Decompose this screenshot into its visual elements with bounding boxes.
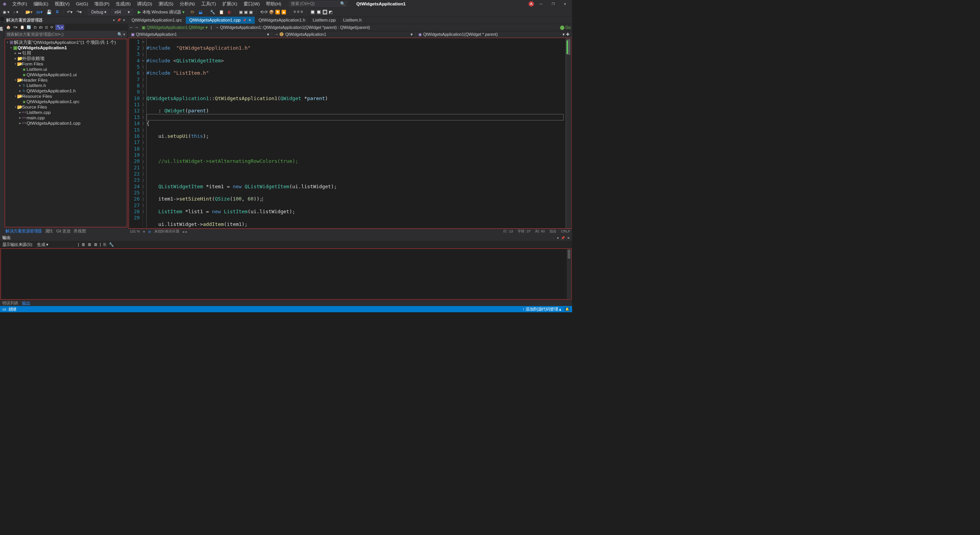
external-deps-node[interactable]: ▶📁外部依赖项 [5, 56, 127, 61]
project-node[interactable]: ▼▣QtWidgetsApplication1 [5, 45, 127, 50]
panel-dropdown-icon[interactable]: ▾ [113, 18, 115, 22]
toolbar-icon[interactable]: 📋 [20, 25, 25, 29]
references-node[interactable]: ▶▪▪引用 [5, 50, 127, 56]
server-explorer-tab[interactable]: 服务器资源管理器 [0, 17, 4, 22]
go-button[interactable]: ⬤ Go [560, 25, 571, 30]
open-button[interactable]: 🗁▾ [35, 9, 44, 15]
tree-file[interactable]: ▶hQtWidgetsApplication1.h [5, 88, 127, 94]
bottom-tab-solution[interactable]: 解决方案资源管理器 [5, 228, 42, 234]
bottom-tab-properties[interactable]: 属性 [45, 228, 53, 234]
toolbar-icon[interactable]: ◐ [227, 9, 233, 15]
menu-git[interactable]: Git(G) [73, 0, 91, 8]
tree-file[interactable]: ▶++QtWidgetsApplication1.cpp [5, 120, 127, 126]
pin-icon[interactable]: 📌 [243, 18, 246, 22]
tree-file[interactable]: ▶++main.cpp [5, 115, 127, 120]
output-toolbar-icon[interactable]: ≣ [94, 242, 97, 247]
header-files-node[interactable]: ▼📂Header Files [5, 77, 127, 83]
tree-file[interactable]: ▣QtWidgetsApplication1.ui [5, 72, 127, 77]
file-tab-active[interactable]: QtWidgetsApplication1.cpp📌✕ [186, 17, 255, 24]
file-tab[interactable]: QtWidgetsApplication1.qrc [128, 17, 186, 24]
close-icon[interactable]: ✕ [249, 18, 251, 22]
toolbar-icon[interactable]: ⬓ [197, 9, 204, 15]
sync-icon[interactable]: 🔄 [27, 25, 31, 29]
menu-project[interactable]: 项目(P) [91, 0, 112, 8]
breadcrumb-class[interactable]: →🅒QtWidgetsApplication1▾ [272, 31, 416, 38]
menu-test[interactable]: 测试(S) [155, 0, 177, 8]
menu-analyze[interactable]: 分析(N) [177, 0, 198, 8]
output-toolbar-icon[interactable]: ≣ [88, 242, 91, 247]
fold-column[interactable]: ⊟││⊟││││││││││││││││││││││││ [142, 38, 147, 228]
config-dropdown[interactable]: Debug ▾ [88, 9, 110, 15]
minimize-button[interactable]: — [536, 0, 546, 8]
menu-window[interactable]: 窗口(W) [240, 0, 263, 8]
nav-back-icon[interactable]: ← → [129, 25, 139, 30]
menu-debug[interactable]: 调试(D) [134, 0, 155, 8]
menu-edit[interactable]: 编辑(E) [30, 0, 52, 8]
tree-file[interactable]: ▣ListItem.ui [5, 67, 127, 72]
toolbar-icon[interactable]: ⟲▾ [13, 25, 18, 29]
menu-help[interactable]: 帮助(H) [263, 0, 284, 8]
pin-icon[interactable]: 📌 [117, 18, 121, 22]
new-button[interactable]: 📂▾ [24, 9, 34, 15]
file-tab[interactable]: ListItem.h [339, 17, 365, 24]
toolbar-icon[interactable]: ⟳ [50, 25, 53, 29]
output-toolbar-icon[interactable]: ≣ [82, 242, 85, 247]
source-files-node[interactable]: ▼📂Source Files [5, 104, 127, 110]
menu-view[interactable]: 视图(V) [52, 0, 73, 8]
save-button[interactable]: 💾 [45, 9, 53, 15]
output-body[interactable] [0, 248, 572, 300]
nav-scope[interactable]: → QtWidgetsApplication1::QtWidgetsApplic… [213, 25, 372, 30]
undo-button[interactable]: ↶▾ [66, 9, 74, 15]
toolbar-icon[interactable]: ⟲ ⟳ 📦 🔽 🔼 [259, 9, 287, 15]
toolbar-icon[interactable]: 🗁 [39, 25, 43, 29]
global-search[interactable]: 搜索 (Ctrl+Q) 🔍 [289, 1, 347, 7]
panel-dropdown-icon[interactable]: ▾ [557, 236, 559, 239]
form-files-node[interactable]: ▼📂Form Files [5, 61, 127, 67]
output-toolbar-icon[interactable]: ⎘ [104, 242, 106, 247]
toolbar-icon[interactable]: 🗀 [189, 9, 196, 15]
menu-extensions[interactable]: 扩展(X) [219, 0, 240, 8]
toolbar-icon[interactable]: 🗀 [33, 25, 37, 29]
home-icon[interactable]: 🏠 [6, 25, 11, 29]
bottom-tab-classview[interactable]: 类视图 [73, 228, 86, 234]
tab-error-list[interactable]: 错误列表 [2, 301, 18, 306]
file-tab[interactable]: ListItem.cpp [309, 17, 339, 24]
spanner-icon[interactable]: 🔧▾ [55, 25, 64, 30]
resource-files-node[interactable]: ▼📂Resource Files [5, 94, 127, 99]
toolbox-tab[interactable]: 工具箱 [0, 22, 4, 27]
nav-project[interactable]: ▣ QtWidgetsApplication1.QtWidge ▾ [140, 25, 209, 30]
code-editor[interactable]: 1234567891011121314151617181920212223242… [129, 38, 572, 229]
redo-button[interactable]: ↷▾ [75, 9, 83, 15]
avatar[interactable]: A [529, 1, 534, 7]
tree-file[interactable]: ▶hListItem.h [5, 83, 127, 88]
toolbar-icon[interactable]: ≡ ≡ ≡ [292, 9, 304, 15]
breadcrumb-project[interactable]: ▣QtWidgetsApplication1▾ [128, 31, 272, 38]
status-window-icon[interactable]: ▭ [2, 307, 6, 312]
solution-root[interactable]: ▼⊞解决方案"QtWidgetsApplication1"(1 个项目/共 1 … [5, 40, 127, 45]
start-debug-button[interactable]: ▶ 本地 Windows 调试器 ▾ [138, 9, 184, 15]
solution-search[interactable]: 搜索解决方案资源管理器(Ctrl+;) 🔍 ▾ [5, 31, 127, 38]
toolbar-icon[interactable]: ▣ ▣ ▣ [237, 9, 254, 15]
status-notifications[interactable]: 🔔 [564, 308, 570, 311]
output-scrollbar[interactable] [567, 249, 571, 299]
scroll-map[interactable] [566, 38, 571, 228]
status-git[interactable]: ↑ 添加到源代码管理 ▴ [523, 306, 561, 312]
zoom-level[interactable]: 121 % [130, 229, 140, 234]
breadcrumb-function[interactable]: ◉QtWidgetsApplication1(QWidget * parent)… [416, 31, 572, 38]
save-all-button[interactable]: 🗎 [54, 9, 61, 15]
platform-dropdown[interactable]: x64 ▾ [111, 9, 133, 15]
menu-file[interactable]: 文件(F) [9, 0, 30, 8]
close-icon[interactable]: ✕ [123, 18, 125, 22]
pin-icon[interactable]: 📌 [561, 236, 565, 239]
output-toolbar-icon[interactable]: 🔧 [109, 242, 114, 247]
maximize-button[interactable]: ❐ [548, 0, 558, 8]
tree-file[interactable]: ▣QtWidgetsApplication1.qrc [5, 99, 127, 104]
toolbar-icon[interactable]: 📋 [217, 9, 225, 15]
output-source-dropdown[interactable]: 生成 ▾ [36, 242, 75, 247]
menu-build[interactable]: 生成(B) [112, 0, 134, 8]
code-lines[interactable]: #include "QtWidgetsApplication1.h" #incl… [147, 38, 566, 228]
toolbar-icon[interactable]: 🔲 🔲 🔳 ◩ [309, 9, 334, 15]
close-icon[interactable]: ✕ [567, 236, 570, 239]
close-button[interactable]: ✕ [560, 0, 570, 8]
toolbar-icon[interactable]: ⊡ [45, 25, 48, 29]
